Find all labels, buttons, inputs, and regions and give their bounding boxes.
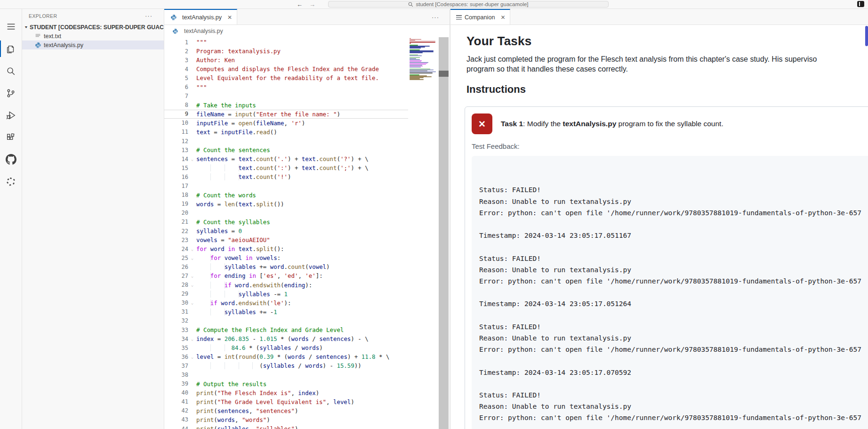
file-item-textanalysis-py[interactable]: textAnalysis.py [22,40,164,49]
fold-chevron-icon[interactable]: ⌄ [188,300,196,305]
code-line[interactable]: 14⌄sentences = text.count('.') + text.co… [164,154,408,163]
code-line[interactable]: 19words = len(text.split()) [164,200,408,209]
code-text: for word in text.split(): [196,245,284,252]
fold-chevron-icon[interactable]: ⌄ [188,337,196,341]
fold-chevron-icon[interactable]: ⌄ [188,247,196,251]
code-line[interactable]: 44print(syllables, "syllables") [164,424,408,429]
code-line[interactable]: 6""" [164,82,408,91]
run-debug-icon[interactable] [0,104,22,126]
code-line[interactable]: 15 text.count(':') + text.count(';') + \ [164,163,408,172]
code-line[interactable]: 18# Count the words [164,191,408,200]
code-text: Program: textanalysis.py [196,48,281,55]
code-line[interactable]: 29 syllables -= 1 [164,290,408,299]
code-text: # Compute the Flesch Index and Grade Lev… [196,326,344,333]
fold-chevron-icon[interactable]: ⌄ [188,157,196,162]
command-center-search[interactable]: student [Codespaces: super-duper guacamo… [328,1,609,8]
explorer-icon[interactable] [0,38,22,60]
code-line[interactable]: 11text = inputFile.read() [164,128,408,137]
line-number: 30 [164,299,188,306]
minimap[interactable] [408,37,438,429]
minimap-line [410,48,421,48]
code-line[interactable]: 2Program: textanalysis.py [164,47,408,56]
code-line[interactable]: 42print(sentences, "sentences") [164,406,408,415]
code-line[interactable]: 40print("The Flesch Index is", index) [164,389,408,397]
code-line[interactable]: 41print("The Grade Level Equivalent is",… [164,397,408,406]
fold-chevron-icon[interactable]: ⌄ [188,256,196,260]
code-line[interactable]: 5Level Equivalent for the readability of… [164,73,408,82]
code-line[interactable]: 37 (syllables / words) - 15.59)) [164,361,408,370]
code-text: print(sentences, "sentences") [196,407,298,414]
line-number: 8 [164,102,188,108]
minimap-line [410,67,421,67]
code-line[interactable]: 35 84.6 * (syllables / words) [164,343,408,352]
code-line[interactable]: 34⌄index = 206.835 - 1.015 * (words / se… [164,334,408,343]
code-text: words = len(text.split()) [196,201,284,208]
code-line[interactable]: 22syllables = 0 [164,227,408,235]
line-number: 29 [164,291,188,297]
code-line[interactable]: 16 text.count('!') [164,172,408,181]
tab-textanalysis-py[interactable]: textAnalysis.py ✕ [164,9,237,24]
line-number: 4 [164,66,188,73]
code-line[interactable]: 30⌄ if word.endswith('le'): [164,299,408,308]
search-panel-icon[interactable] [0,60,22,82]
code-line[interactable]: 28⌄ if word.endswith(ending): [164,281,408,290]
code-line[interactable]: 26 syllables += word.count(vowel) [164,262,408,271]
extensions-icon[interactable] [0,126,22,148]
close-icon[interactable]: ✕ [500,14,505,21]
code-line[interactable]: 33# Compute the Flesch Index and Grade L… [164,325,408,334]
task-card: ✕ Task 1: Modify the textAnalysis.py pro… [465,106,868,429]
file-item-text-txt[interactable]: text.txt [22,32,164,40]
code-text: # Count the syllables [196,219,270,226]
code-line[interactable]: 25⌄ for vowel in vowels: [164,253,408,262]
explorer-root-folder[interactable]: ▼ STUDENT [CODESPACES: SUPER-DUPER GUACA… [22,23,164,32]
close-icon[interactable]: ✕ [227,14,232,21]
editor-scrollbar[interactable] [439,37,449,429]
code-editor[interactable]: 1"""2Program: textanalysis.py3Author: Ke… [164,37,450,429]
code-line[interactable]: 31 syllables += -1 [164,308,408,316]
source-control-icon[interactable] [0,82,22,104]
line-number: 19 [164,201,188,207]
fold-chevron-icon[interactable]: ⌄ [188,274,196,278]
line-number: 23 [164,237,188,243]
code-line[interactable]: 4Computes and displays the Flesch Index … [164,65,408,73]
code-line[interactable]: 24⌄for word in text.split(): [164,244,408,253]
code-line[interactable]: 43print(words, "words") [164,415,408,424]
code-line[interactable]: 17 [164,182,408,191]
codespaces-icon[interactable] [0,170,22,193]
code-line[interactable]: 23vowels = "aeiouAEIOU" [164,235,408,244]
layout-toggle-icon[interactable] [857,1,864,7]
code-line[interactable]: 39# Output the results [164,380,408,389]
code-line[interactable]: 32 [164,316,408,325]
code-text: Author: Ken [196,57,235,64]
breadcrumb[interactable]: textAnalysis.py [164,25,450,37]
task-row: ✕ Task 1: Modify the textAnalysis.py pro… [472,113,868,134]
code-line[interactable]: 10inputFile = open(fileName, 'r') [164,119,408,128]
nav-back-icon[interactable]: ← [297,1,303,8]
code-line[interactable]: 20 [164,209,408,218]
code-line[interactable]: 38 [164,370,408,379]
nav-forward-icon[interactable]: → [309,1,315,8]
minimap-line [410,57,420,58]
tab-companion[interactable]: Companion ✕ [450,9,510,24]
explorer-more-actions-icon[interactable]: ··· [145,12,159,19]
minimap-line [410,56,422,56]
editor-actions-icon[interactable]: ··· [432,9,439,25]
code-line[interactable]: 21# Count the syllables [164,218,408,227]
code-line[interactable]: 12 [164,137,408,146]
code-line[interactable]: 36⌄level = int(round(0.39 * (words / sen… [164,352,408,361]
fold-chevron-icon[interactable]: ⌄ [188,283,196,287]
code-line[interactable]: 3Author: Ken [164,56,408,65]
code-line[interactable]: 9fileName = input("Enter the file name: … [164,110,408,119]
line-number: 1 [164,39,188,46]
github-icon[interactable] [0,148,22,170]
menu-icon[interactable] [0,16,22,38]
line-number: 11 [164,129,188,135]
companion-scrollbar[interactable] [865,26,868,46]
fold-chevron-icon[interactable]: ⌄ [188,355,196,359]
code-line[interactable]: 27⌄ for ending in ['es', 'ed', 'e']: [164,271,408,280]
code-line[interactable]: 7 [164,92,408,101]
code-text: syllables = 0 [196,227,242,235]
code-line[interactable]: 1""" [164,38,408,47]
code-line[interactable]: 8# Take the inputs [164,101,408,110]
code-line[interactable]: 13# Count the sentences [164,146,408,154]
